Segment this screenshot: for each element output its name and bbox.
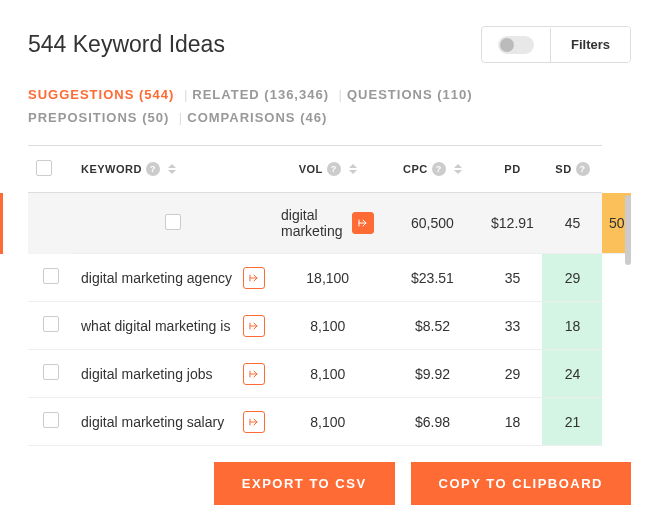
table-row: digital marketing60,500$12.914550 bbox=[28, 193, 631, 254]
page-title: 544 Keyword Ideas bbox=[28, 31, 225, 58]
sd-badge: 21 bbox=[542, 398, 602, 445]
copy-clipboard-button[interactable]: COPY TO CLIPBOARD bbox=[411, 462, 631, 505]
cpc-cell: $6.98 bbox=[382, 398, 482, 446]
expand-icon[interactable] bbox=[243, 315, 265, 337]
vol-cell: 18,100 bbox=[273, 254, 382, 302]
help-icon[interactable]: ? bbox=[576, 162, 590, 176]
expand-icon[interactable] bbox=[243, 411, 265, 433]
vol-cell: 8,100 bbox=[273, 350, 382, 398]
sort-icon[interactable] bbox=[349, 164, 357, 174]
cpc-cell: $8.52 bbox=[382, 302, 482, 350]
keyword-text: digital marketing jobs bbox=[81, 366, 213, 382]
col-sd: SD bbox=[555, 163, 571, 175]
help-icon[interactable]: ? bbox=[146, 162, 160, 176]
col-keyword: KEYWORD bbox=[81, 163, 142, 175]
keyword-text: digital marketing salary bbox=[81, 414, 224, 430]
pd-cell: 33 bbox=[482, 302, 542, 350]
footer: EXPORT TO CSV COPY TO CLIPBOARD bbox=[0, 446, 659, 521]
table-row: what digital marketing is8,100$8.523318 bbox=[28, 302, 631, 350]
pd-cell: 35 bbox=[482, 254, 542, 302]
sort-icon[interactable] bbox=[168, 164, 176, 174]
expand-icon[interactable] bbox=[352, 212, 374, 234]
expand-icon[interactable] bbox=[243, 363, 265, 385]
vol-cell: 60,500 bbox=[382, 193, 482, 254]
tab-2[interactable]: QUESTIONS (110) bbox=[347, 83, 491, 106]
sd-badge: 18 bbox=[542, 302, 602, 349]
row-checkbox[interactable] bbox=[43, 412, 59, 428]
vol-cell: 8,100 bbox=[273, 302, 382, 350]
cpc-cell: $12.91 bbox=[482, 193, 542, 254]
table-row: digital marketing jobs8,100$9.922924 bbox=[28, 350, 631, 398]
col-pd: PD bbox=[504, 163, 520, 175]
tab-1[interactable]: RELATED (136,346)| bbox=[192, 83, 347, 106]
table-row: digital marketing salary8,100$6.981821 bbox=[28, 398, 631, 446]
row-checkbox[interactable] bbox=[165, 214, 181, 230]
expand-icon[interactable] bbox=[243, 267, 265, 289]
row-checkbox[interactable] bbox=[43, 316, 59, 332]
sd-badge: 29 bbox=[542, 254, 602, 301]
cpc-cell: $9.92 bbox=[382, 350, 482, 398]
tabs-container: SUGGESTIONS (544)|RELATED (136,346)|QUES… bbox=[28, 83, 631, 129]
header-controls: Filters bbox=[481, 26, 631, 63]
filters-button[interactable]: Filters bbox=[551, 27, 630, 62]
pd-cell: 18 bbox=[482, 398, 542, 446]
sort-icon[interactable] bbox=[454, 164, 462, 174]
keyword-text: digital marketing bbox=[281, 207, 342, 239]
tab-4[interactable]: COMPARISONS (46) bbox=[187, 106, 345, 129]
export-csv-button[interactable]: EXPORT TO CSV bbox=[214, 462, 395, 505]
cpc-cell: $23.51 bbox=[382, 254, 482, 302]
pd-cell: 29 bbox=[482, 350, 542, 398]
keyword-text: digital marketing agency bbox=[81, 270, 232, 286]
scrollbar[interactable] bbox=[625, 195, 631, 265]
help-icon[interactable]: ? bbox=[327, 162, 341, 176]
view-toggle[interactable] bbox=[498, 36, 534, 54]
help-icon[interactable]: ? bbox=[432, 162, 446, 176]
tab-0[interactable]: SUGGESTIONS (544)| bbox=[28, 83, 192, 106]
row-checkbox[interactable] bbox=[43, 268, 59, 284]
pd-cell: 45 bbox=[542, 193, 602, 254]
select-all-checkbox[interactable] bbox=[36, 160, 52, 176]
table-row: digital marketing agency18,100$23.513529 bbox=[28, 254, 631, 302]
keyword-text: what digital marketing is bbox=[81, 318, 230, 334]
row-checkbox[interactable] bbox=[43, 364, 59, 380]
col-vol: VOL bbox=[299, 163, 323, 175]
sd-badge: 24 bbox=[542, 350, 602, 397]
col-cpc: CPC bbox=[403, 163, 428, 175]
vol-cell: 8,100 bbox=[273, 398, 382, 446]
tab-3[interactable]: PREPOSITIONS (50)| bbox=[28, 106, 187, 129]
